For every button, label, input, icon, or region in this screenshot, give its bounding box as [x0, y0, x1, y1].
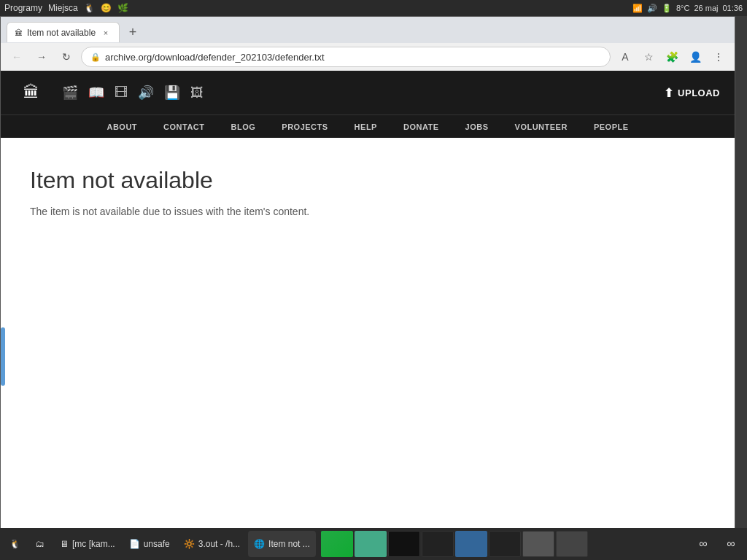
archive-nav-icons: 🎬 📖 🎞 🔊 💾 🖼 — [62, 85, 649, 101]
profile-button[interactable]: 👤 — [685, 47, 705, 67]
subnav-contact[interactable]: CONTACT — [150, 115, 217, 139]
temperature-display: 8°C — [676, 4, 689, 12]
date-display: 26 maj — [694, 4, 718, 12]
archive-nav-texts[interactable]: 📖 — [88, 85, 104, 101]
subnav-projects[interactable]: PROJECTS — [268, 115, 341, 139]
new-tab-button[interactable]: + — [123, 22, 143, 42]
subnav-people[interactable]: PEOPLE — [581, 115, 642, 139]
page-title: Item not available — [30, 167, 705, 194]
tab-title: Item not available — [27, 28, 96, 38]
browser-icon: 🌐 — [254, 539, 265, 549]
terminal-icon: 🖥 — [60, 539, 69, 549]
upload-icon: ⬆ — [664, 86, 674, 100]
website-content: 🏛 🎬 📖 🎞 🔊 💾 🖼 ⬆ UPLOAD ABOUT CONTACT BLO… — [1, 71, 735, 536]
lock-icon: 🔒 — [90, 52, 101, 62]
subnav-volunteer[interactable]: VOLUNTEER — [502, 115, 581, 139]
thumb-6[interactable] — [489, 531, 521, 557]
thumb-1[interactable] — [321, 531, 353, 557]
subnav-donate[interactable]: DONATE — [390, 115, 452, 139]
archive-logo[interactable]: 🏛 — [15, 77, 47, 109]
unsafe-label: unsafe — [144, 539, 170, 549]
start-icon: 🐧 — [9, 539, 20, 549]
taskbar-filemanager[interactable]: 🗂 — [28, 531, 52, 557]
tray-icon-leaf: 🌿 — [117, 3, 128, 13]
taskbar-right: ∞ ∞ — [690, 531, 744, 557]
archive-subnav: ABOUT CONTACT BLOG PROJECTS HELP DONATE … — [1, 114, 735, 138]
taskbar-unsafe[interactable]: 📄 unsafe — [123, 531, 176, 557]
archive-nav-video[interactable]: 🎬 — [62, 85, 78, 101]
3out-icon: 🔆 — [184, 539, 195, 549]
url-text: archive.org/download/defender_202103/def… — [105, 52, 325, 63]
taskbar-mc[interactable]: 🖥 [mc [kam... — [54, 531, 121, 557]
extensions-button[interactable]: 🧩 — [662, 47, 682, 67]
active-tab[interactable]: 🏛 Item not available × — [7, 22, 120, 42]
address-bar-actions: A ☆ 🧩 👤 ⋮ — [615, 47, 729, 67]
3out-label: 3.out - /h... — [198, 539, 240, 549]
archive-header: 🏛 🎬 📖 🎞 🔊 💾 🖼 ⬆ UPLOAD — [1, 71, 735, 114]
filemanager-icon: 🗂 — [36, 539, 44, 549]
thumb-8[interactable] — [556, 531, 588, 557]
forward-button[interactable]: → — [31, 47, 52, 67]
taskbar-3out[interactable]: 🔆 3.out - /h... — [178, 531, 246, 557]
bookmark-button[interactable]: ☆ — [638, 47, 659, 67]
tab-close-button[interactable]: × — [100, 27, 112, 39]
reload-button[interactable]: ↻ — [56, 47, 77, 67]
browser-label: Item not ... — [268, 539, 310, 549]
programy-menu[interactable]: Programy — [4, 3, 42, 13]
tray-icon-smiley: 😊 — [101, 3, 112, 13]
url-bar[interactable]: 🔒 archive.org/download/defender_202103/d… — [81, 47, 611, 67]
infinity-icon[interactable]: ∞ — [690, 531, 716, 557]
bottom-taskbar: 🐧 🗂 🖥 [mc [kam... 📄 unsafe 🔆 3.out - /h.… — [0, 528, 747, 560]
back-button[interactable]: ← — [7, 47, 27, 67]
thumb-4[interactable] — [422, 531, 454, 557]
address-bar: ← → ↻ 🔒 archive.org/download/defender_20… — [1, 43, 735, 71]
browser-menu-button[interactable]: ⋮ — [708, 47, 729, 67]
thumb-3[interactable] — [388, 531, 420, 557]
volume-icon: 🔊 — [647, 4, 657, 13]
network-icon: 📶 — [632, 4, 643, 13]
taskbar-thumbnails — [321, 531, 588, 557]
unsafe-icon: 📄 — [129, 539, 140, 549]
subnav-help[interactable]: HELP — [341, 115, 390, 139]
archive-nav-software[interactable]: 💾 — [164, 85, 180, 101]
browser-window: 🏛 Item not available × + ← → ↻ 🔒 archive… — [0, 16, 735, 537]
battery-icon: 🔋 — [662, 4, 672, 13]
tab-bar: 🏛 Item not available × + — [1, 17, 735, 43]
scrollbar-indicator — [1, 327, 5, 386]
top-taskbar: Programy Miejsca 🐧 😊 🌿 📶 🔊 🔋 8°C 26 maj … — [0, 0, 747, 16]
thumb-5[interactable] — [455, 531, 487, 557]
time-display: 01:36 — [722, 4, 743, 12]
miejsca-menu[interactable]: Miejsca — [48, 3, 78, 13]
archive-nav-audio[interactable]: 🔊 — [138, 85, 154, 101]
top-taskbar-left: Programy Miejsca 🐧 😊 🌿 — [4, 3, 128, 13]
thumb-7[interactable] — [522, 531, 554, 557]
translate-button[interactable]: A — [615, 47, 635, 67]
subnav-jobs[interactable]: JOBS — [452, 115, 502, 139]
upload-label: UPLOAD — [678, 88, 720, 98]
taskbar-browser[interactable]: 🌐 Item not ... — [248, 531, 316, 557]
top-taskbar-right: 📶 🔊 🔋 8°C 26 maj 01:36 — [632, 4, 743, 13]
tray-icon-penguin: 🐧 — [84, 3, 95, 13]
tab-favicon: 🏛 — [15, 28, 23, 37]
mc-label: [mc [kam... — [72, 539, 115, 549]
subnav-blog[interactable]: BLOG — [218, 115, 269, 139]
page-description: The item is not available due to issues … — [30, 206, 705, 217]
subnav-about[interactable]: ABOUT — [93, 115, 150, 139]
page-content: Item not available The item is not avail… — [1, 138, 735, 536]
upload-button[interactable]: ⬆ UPLOAD — [664, 86, 720, 100]
taskbar-start[interactable]: 🐧 — [3, 531, 26, 557]
taskbar-right-icon2[interactable]: ∞ — [718, 531, 744, 557]
archive-nav-movies[interactable]: 🎞 — [115, 85, 128, 101]
archive-nav-images[interactable]: 🖼 — [190, 85, 204, 101]
thumb-2[interactable] — [355, 531, 387, 557]
